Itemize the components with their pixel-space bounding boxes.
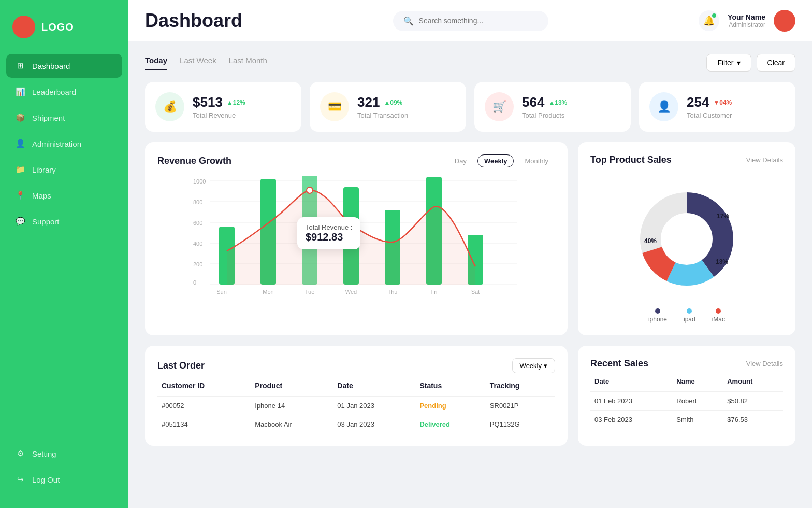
svg-text:400: 400 — [193, 241, 202, 247]
sidebar-item-administration[interactable]: 👤Administration — [6, 132, 122, 156]
orders-col-status: Status — [415, 382, 485, 397]
revenue-growth-title: Revenue Growth — [157, 156, 231, 166]
weekly-select[interactable]: Weekly ▾ — [512, 358, 555, 373]
pie-chart-container: 40% 17% 13% — [590, 182, 783, 296]
legend-label-ipad: ipad — [684, 316, 695, 323]
recent-sales-head: DateNameAmount — [590, 377, 783, 392]
search-icon: 🔍 — [403, 16, 414, 26]
sidebar-item-dashboard[interactable]: ⊞Dashboard — [6, 54, 122, 78]
setting-icon: ⚙ — [15, 448, 26, 459]
recent-date: 01 Feb 2023 — [590, 392, 672, 411]
stat-icon-customer: 👤 — [649, 92, 678, 121]
svg-text:0: 0 — [193, 279, 196, 286]
charts-row: Revenue Growth DayWeeklyMonthly 1000 800… — [145, 142, 795, 335]
period-tab-day[interactable]: Day — [448, 154, 473, 167]
sidebar-item-maps[interactable]: 📍Maps — [6, 184, 122, 207]
sidebar-item-label: Shipment — [32, 114, 65, 122]
tab-actions: Filter ▾ Clear — [706, 54, 795, 72]
sidebar-item-label: Library — [32, 165, 56, 174]
tab-last-month[interactable]: Last Month — [229, 56, 267, 70]
tooltip-value: $912.83 — [306, 231, 352, 243]
recent-col-date: Date — [590, 377, 672, 392]
stat-value-customer: 254 ▼04% — [687, 94, 732, 110]
sidebar-item-shipment[interactable]: 📦Shipment — [6, 106, 122, 130]
legend-label-iMac: iMac — [712, 316, 725, 323]
recent-col-name: Name — [672, 377, 723, 392]
shipment-icon: 📦 — [15, 112, 26, 123]
search-input[interactable] — [419, 17, 533, 25]
legend-item-iMac: iMac — [712, 308, 725, 323]
stat-change-customer: ▼04% — [713, 99, 732, 106]
recent-sales-view-details[interactable]: View Details — [746, 360, 783, 368]
order-status: Pending — [415, 397, 485, 415]
recent-name: Robert — [672, 392, 723, 411]
svg-text:40%: 40% — [644, 237, 657, 245]
last-order-title: Last Order — [157, 360, 205, 371]
stats-row: 💰 $513 ▲12% Total Revenue 💳 321 ▲09% Tot… — [145, 82, 795, 132]
orders-col-product: Product — [251, 382, 333, 397]
clear-button[interactable]: Clear — [757, 54, 795, 72]
top-product-sales-title: Top Product Sales — [590, 154, 672, 165]
sidebar-item-label: Log Out — [32, 475, 60, 484]
recent-sales-table: DateNameAmount 01 Feb 2023 Robert $50.82… — [590, 377, 783, 429]
recent-col-amount: Amount — [723, 377, 783, 392]
orders-col-tracking: Tracking — [486, 382, 555, 397]
tab-today[interactable]: Today — [145, 56, 167, 70]
sidebar-item-library[interactable]: 📁Library — [6, 158, 122, 181]
sidebar-item-label: Leaderboard — [32, 88, 76, 96]
tab-last-week[interactable]: Last Week — [180, 56, 216, 70]
sidebar-item-logout[interactable]: ↪Log Out — [6, 468, 122, 491]
tooltip-label: Total Revenue : — [306, 223, 352, 231]
sidebar-item-label: Support — [32, 217, 60, 226]
svg-text:Wed: Wed — [345, 289, 357, 295]
svg-text:600: 600 — [193, 220, 202, 226]
logo-text: LOGO — [41, 21, 74, 33]
recent-sales-card: Recent Sales View Details DateNameAmount… — [578, 346, 795, 446]
notification-button[interactable]: 🔔 — [699, 10, 719, 31]
period-tab-weekly[interactable]: Weekly — [477, 154, 514, 167]
svg-text:Mon: Mon — [263, 289, 273, 295]
stat-value-revenue: $513 ▲12% — [193, 94, 245, 110]
order-date: 01 Jan 2023 — [333, 397, 415, 415]
svg-text:800: 800 — [193, 199, 202, 205]
table-row: #051134 Macbook Air 03 Jan 2023 Delivere… — [157, 415, 555, 434]
content: TodayLast WeekLast Month Filter ▾ Clear … — [128, 41, 812, 508]
dashboard-icon: ⊞ — [15, 60, 26, 72]
legend-item-ipad: ipad — [684, 308, 695, 323]
sidebar-item-support[interactable]: 💬Support — [6, 209, 122, 233]
support-icon: 💬 — [15, 216, 26, 227]
svg-text:Sun: Sun — [216, 289, 227, 295]
logo-icon — [12, 16, 35, 38]
sidebar-item-label: Maps — [32, 191, 51, 200]
page-title: Dashboard — [145, 10, 242, 32]
sidebar-item-label: Administration — [32, 139, 81, 148]
period-tab-monthly[interactable]: Monthly — [518, 154, 555, 167]
last-order-header: Last Order Weekly ▾ — [157, 358, 555, 373]
orders-table-body: #00052 Iphone 14 01 Jan 2023 Pending SR0… — [157, 397, 555, 434]
list-item: 03 Feb 2023 Smith $76.53 — [590, 411, 783, 429]
top-product-sales-card: Top Product Sales View Details — [578, 142, 795, 335]
stat-card-products: 🛒 564 ▲13% Total Products — [474, 82, 631, 132]
sidebar-item-setting[interactable]: ⚙Setting — [6, 442, 122, 465]
stat-icon-revenue: 💰 — [155, 92, 184, 121]
filter-button[interactable]: Filter ▾ — [706, 54, 751, 72]
recent-sales-header: Recent Sales View Details — [590, 358, 783, 369]
stat-icon-transaction: 💳 — [320, 92, 349, 121]
view-details-button[interactable]: View Details — [746, 156, 783, 164]
topbar-right: 🔔 Your Name Administrator — [699, 10, 795, 32]
weekly-label: Weekly — [520, 362, 542, 370]
sidebar-bottom: ⚙Setting↪Log Out — [0, 435, 128, 498]
recent-name: Smith — [672, 411, 723, 429]
stat-change-transaction: ▲09% — [384, 99, 402, 106]
sidebar-item-leaderboard[interactable]: 📊Leaderboard — [6, 80, 122, 104]
svg-text:200: 200 — [193, 261, 202, 267]
orders-table-head: Customer IDProductDateStatusTracking — [157, 382, 555, 397]
chart-area: 1000 800 600 400 200 0 — [157, 176, 555, 300]
user-avatar — [774, 10, 795, 32]
main: Dashboard 🔍 🔔 Your Name Administrator To… — [128, 0, 812, 508]
legend-dot-ipad — [687, 308, 692, 314]
user-role: Administrator — [728, 21, 765, 29]
sidebar-logo: LOGO — [0, 10, 128, 54]
order-tracking: PQ1132G — [486, 415, 555, 434]
logout-icon: ↪ — [15, 474, 26, 485]
